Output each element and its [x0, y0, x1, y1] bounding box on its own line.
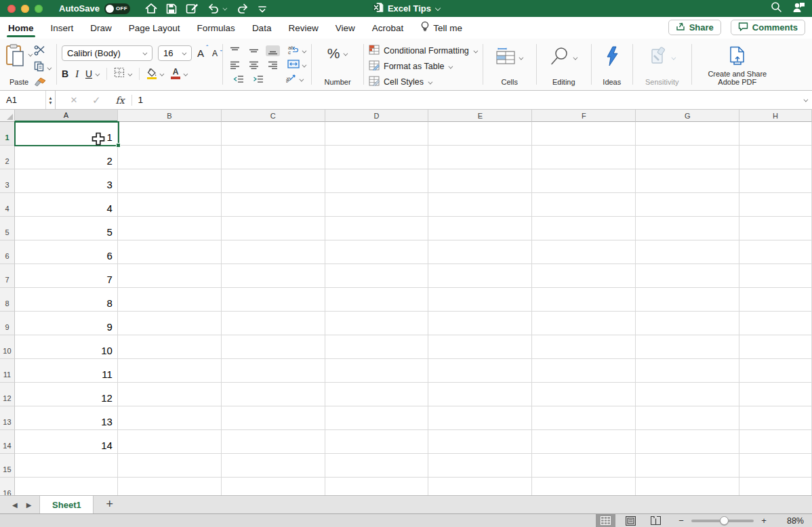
cell-B14[interactable] — [118, 430, 222, 454]
format-painter-icon[interactable] — [34, 77, 52, 91]
cell-C14[interactable] — [222, 430, 325, 454]
stepper-down-icon[interactable]: ▼ — [48, 100, 52, 105]
row-header-3[interactable]: 3 — [0, 169, 15, 193]
cell-C16[interactable] — [222, 478, 325, 495]
number-format-chevron-icon[interactable] — [344, 51, 348, 56]
cell-E11[interactable] — [428, 359, 532, 383]
column-header-A[interactable]: A — [15, 110, 118, 122]
tell-me[interactable]: Tell me — [420, 21, 462, 35]
row-header-10[interactable]: 10 — [0, 335, 15, 359]
cell-H7[interactable] — [739, 264, 812, 288]
next-sheet-arrow-icon[interactable]: ▶ — [26, 501, 32, 509]
row-header-8[interactable]: 8 — [0, 288, 15, 312]
copy-icon[interactable] — [34, 61, 45, 75]
ideas-group[interactable]: Ideas — [596, 41, 628, 89]
cell-H9[interactable] — [739, 312, 812, 335]
cell-E8[interactable] — [428, 288, 532, 312]
underline-button[interactable]: U — [85, 68, 92, 79]
decrease-indent-button[interactable] — [231, 74, 246, 85]
normal-view-button[interactable] — [596, 514, 615, 527]
cell-E13[interactable] — [428, 406, 532, 430]
editing-group[interactable]: Editing — [542, 41, 586, 89]
cell-C12[interactable] — [222, 383, 325, 406]
align-center-button[interactable] — [247, 60, 261, 70]
tab-review[interactable]: Review — [288, 17, 318, 39]
fill-color-button[interactable] — [146, 68, 157, 80]
row-header-12[interactable]: 12 — [0, 383, 15, 406]
add-sheet-button[interactable]: + — [94, 496, 113, 513]
cell-A11[interactable]: 11 — [15, 359, 118, 383]
paste-label[interactable]: Paste — [9, 78, 28, 89]
stepper-up-icon[interactable]: ▲ — [48, 96, 52, 100]
cell-H11[interactable] — [739, 359, 812, 383]
cell-C3[interactable] — [222, 169, 325, 193]
cell-D8[interactable] — [325, 288, 429, 312]
cell-B15[interactable] — [118, 454, 222, 478]
cell-F9[interactable] — [532, 312, 636, 335]
row-header-7[interactable]: 7 — [0, 264, 15, 288]
document-title[interactable]: Excel Tips — [388, 3, 431, 14]
cell-E9[interactable] — [428, 312, 532, 335]
cell-F5[interactable] — [532, 217, 636, 240]
paste-icon[interactable] — [5, 44, 26, 71]
cell-E15[interactable] — [428, 454, 532, 478]
cell-H2[interactable] — [739, 146, 812, 169]
cell-C11[interactable] — [222, 359, 325, 383]
cell-D7[interactable] — [325, 264, 429, 288]
cell-D12[interactable] — [325, 383, 429, 406]
cell-G4[interactable] — [636, 193, 739, 217]
cell-C15[interactable] — [222, 454, 325, 478]
cell-B13[interactable] — [118, 406, 222, 430]
column-header-H[interactable]: H — [739, 110, 812, 122]
cell-D2[interactable] — [325, 146, 429, 169]
paste-chevron-icon[interactable] — [28, 53, 33, 57]
align-bottom-button[interactable] — [266, 45, 280, 56]
bold-button[interactable]: B — [62, 68, 68, 79]
font-name-select[interactable]: Calibri (Body) — [62, 45, 153, 61]
cell-G11[interactable] — [636, 359, 739, 383]
cell-D5[interactable] — [325, 217, 429, 240]
row-header-4[interactable]: 4 — [0, 193, 15, 217]
cell-E3[interactable] — [428, 169, 532, 193]
cell-D10[interactable] — [325, 335, 429, 359]
cell-D4[interactable] — [325, 193, 429, 217]
formula-bar-expand-chevron-icon[interactable] — [804, 98, 808, 102]
undo-icon[interactable] — [207, 3, 220, 14]
cell-A9[interactable]: 9 — [15, 312, 118, 335]
orientation-chevron-icon[interactable] — [299, 77, 303, 81]
cell-A13[interactable]: 13 — [15, 406, 118, 430]
cell-F11[interactable] — [532, 359, 636, 383]
cell-F15[interactable] — [532, 454, 636, 478]
cell-D16[interactable] — [325, 478, 429, 495]
cell-D1[interactable] — [325, 122, 429, 146]
tab-data[interactable]: Data — [252, 17, 272, 39]
align-top-button[interactable] — [228, 45, 242, 56]
copy-chevron-icon[interactable] — [47, 66, 52, 70]
name-box[interactable]: A1 ▲ ▼ — [0, 91, 56, 109]
cell-C6[interactable] — [222, 240, 325, 264]
cell-F16[interactable] — [532, 478, 636, 495]
tab-draw[interactable]: Draw — [90, 17, 112, 39]
cell-E14[interactable] — [428, 430, 532, 454]
page-break-preview-button[interactable] — [646, 514, 666, 527]
cell-F12[interactable] — [532, 383, 636, 406]
cell-F3[interactable] — [532, 169, 636, 193]
borders-chevron-icon[interactable] — [128, 72, 132, 76]
cell-G6[interactable] — [636, 240, 739, 264]
insert-function-icon[interactable]: fx — [116, 95, 125, 106]
cell-C9[interactable] — [222, 312, 325, 335]
conditional-formatting-button[interactable]: Conditional Formatting — [369, 45, 478, 57]
cell-H1[interactable] — [739, 122, 812, 146]
cell-C1[interactable] — [222, 122, 325, 146]
cell-F13[interactable] — [532, 406, 636, 430]
cell-B11[interactable] — [118, 359, 222, 383]
cell-G13[interactable] — [636, 406, 739, 430]
cell-G9[interactable] — [636, 312, 739, 335]
cell-D3[interactable] — [325, 169, 429, 193]
zoom-out-button[interactable]: − — [675, 515, 687, 526]
minimize-window-button[interactable] — [21, 5, 29, 13]
cell-A5[interactable]: 5 — [15, 217, 118, 240]
cell-B10[interactable] — [118, 335, 222, 359]
page-layout-view-button[interactable] — [621, 514, 641, 527]
font-color-chevron-icon[interactable] — [184, 72, 188, 76]
